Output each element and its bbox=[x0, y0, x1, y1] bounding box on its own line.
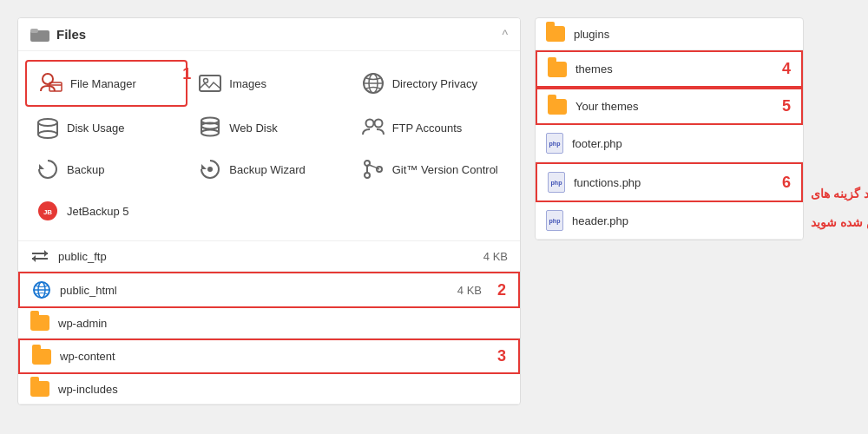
svg-point-13 bbox=[201, 130, 219, 136]
grid-item-ftp-accounts[interactable]: FTP Accounts bbox=[351, 107, 513, 148]
jetbackup-icon: JB bbox=[36, 199, 60, 223]
folder-icon-plugins bbox=[546, 26, 565, 42]
svg-rect-1 bbox=[30, 29, 38, 33]
right-panel: plugins themes 4 Your themes 5 php foote… bbox=[535, 17, 804, 240]
arrow-swap-icon bbox=[30, 248, 49, 264]
folder-icon-your-themes bbox=[548, 99, 567, 115]
svg-point-12 bbox=[38, 119, 57, 126]
web-disk-label: Web Disk bbox=[229, 122, 277, 135]
right-row-header-php[interactable]: php header.php bbox=[536, 202, 803, 240]
file-row-public-html[interactable]: public_html 4 KB 2 bbox=[18, 272, 520, 308]
directory-privacy-icon bbox=[361, 71, 385, 95]
public-html-size: 4 KB bbox=[457, 284, 482, 297]
grid-item-backup-wizard[interactable]: Backup Wizard bbox=[187, 148, 350, 190]
plugins-name: plugins bbox=[574, 28, 609, 41]
wp-admin-name: wp-admin bbox=[58, 317, 107, 330]
step-6-badge: 6 bbox=[782, 174, 791, 192]
files-grid: File Manager 1 Images Directory Privacy bbox=[18, 51, 520, 240]
note-container: به ترتیب وارد گزینه های مخشص شده شوید bbox=[804, 17, 868, 240]
svg-point-22 bbox=[365, 173, 370, 178]
svg-rect-5 bbox=[200, 76, 220, 91]
right-row-plugins[interactable]: plugins bbox=[536, 18, 803, 50]
grid-item-jetbackup[interactable]: JB JetBackup 5 bbox=[25, 190, 187, 232]
step-2-badge: 2 bbox=[497, 281, 506, 299]
right-row-footer-php[interactable]: php footer.php bbox=[536, 125, 803, 162]
grid-item-directory-privacy[interactable]: Directory Privacy bbox=[351, 60, 513, 107]
grid-item-web-disk[interactable]: Web Disk bbox=[187, 107, 350, 148]
collapse-button[interactable]: ^ bbox=[502, 28, 508, 42]
wp-content-name: wp-content bbox=[60, 350, 115, 363]
svg-marker-28 bbox=[44, 250, 48, 257]
grid-item-backup[interactable]: Backup bbox=[25, 148, 187, 190]
ftp-accounts-label: FTP Accounts bbox=[392, 122, 463, 135]
grid-item-git[interactable]: Git™ Version Control bbox=[351, 148, 513, 190]
php-icon-footer: php bbox=[546, 133, 563, 154]
svg-point-6 bbox=[204, 79, 208, 83]
functions-php-name: functions.php bbox=[574, 176, 641, 189]
note-line1: به ترتیب وارد گزینه های bbox=[811, 184, 868, 203]
git-label: Git™ Version Control bbox=[392, 163, 498, 176]
images-icon bbox=[198, 71, 222, 95]
your-themes-name: Your themes bbox=[575, 100, 639, 113]
backup-wizard-icon bbox=[198, 157, 222, 181]
step-1-badge: 1 bbox=[182, 65, 191, 83]
folder-icon-themes bbox=[548, 62, 567, 77]
public-html-name: public_html bbox=[60, 284, 117, 297]
panel-title: Files bbox=[30, 27, 86, 42]
svg-text:JB: JB bbox=[43, 208, 52, 216]
folder-icon-wp-content bbox=[32, 349, 51, 365]
left-panel: Files ^ File Manager 1 Images bbox=[17, 17, 521, 405]
jetbackup-label: JetBackup 5 bbox=[67, 205, 129, 218]
panel-header: Files ^ bbox=[18, 18, 520, 51]
php-icon-header: php bbox=[546, 210, 563, 231]
globe-icon bbox=[32, 280, 51, 299]
right-row-your-themes[interactable]: Your themes 5 bbox=[536, 88, 803, 125]
backup-icon bbox=[36, 157, 60, 181]
grid-item-images[interactable]: Images bbox=[187, 60, 350, 107]
disk-usage-icon bbox=[36, 115, 60, 140]
svg-marker-30 bbox=[32, 255, 36, 262]
footer-php-name: footer.php bbox=[572, 137, 622, 150]
note-line2: مخشص شده شوید bbox=[811, 213, 868, 232]
public-ftp-name: public_ftp bbox=[58, 250, 107, 263]
php-icon-functions: php bbox=[548, 172, 565, 193]
git-icon bbox=[361, 157, 385, 181]
svg-marker-18 bbox=[39, 164, 44, 169]
svg-point-16 bbox=[365, 120, 373, 128]
panel-title-text: Files bbox=[56, 27, 86, 42]
wp-includes-name: wp-includes bbox=[58, 383, 118, 396]
disk-usage-label: Disk Usage bbox=[67, 122, 124, 135]
file-row-wp-includes[interactable]: wp-includes bbox=[18, 374, 520, 404]
right-row-themes[interactable]: themes 4 bbox=[536, 50, 803, 88]
right-row-functions-php[interactable]: php functions.php 6 bbox=[536, 162, 803, 202]
svg-point-10 bbox=[38, 131, 57, 138]
file-row-public-ftp[interactable]: public_ftp 4 KB bbox=[18, 241, 520, 272]
backup-wizard-label: Backup Wizard bbox=[229, 163, 305, 176]
step-5-badge: 5 bbox=[782, 97, 791, 115]
step-3-badge: 3 bbox=[497, 347, 506, 365]
grid-item-disk-usage[interactable]: Disk Usage bbox=[25, 107, 187, 148]
folder-icon bbox=[30, 27, 49, 42]
backup-label: Backup bbox=[67, 163, 104, 176]
file-row-wp-content[interactable]: wp-content 3 bbox=[18, 339, 520, 374]
svg-point-17 bbox=[374, 120, 382, 128]
folder-icon-wp-admin bbox=[30, 315, 49, 331]
images-label: Images bbox=[229, 77, 266, 90]
folder-icon-wp-includes bbox=[30, 381, 49, 397]
public-ftp-size: 4 KB bbox=[483, 250, 508, 263]
right-section: plugins themes 4 Your themes 5 php foote… bbox=[535, 17, 851, 240]
svg-point-20 bbox=[207, 167, 213, 172]
themes-name: themes bbox=[575, 62, 613, 76]
header-php-name: header.php bbox=[572, 214, 628, 227]
directory-privacy-label: Directory Privacy bbox=[392, 77, 477, 90]
ftp-accounts-icon bbox=[361, 115, 385, 140]
file-list: public_ftp 4 KB public_html 4 KB 2 bbox=[18, 240, 520, 404]
file-manager-icon bbox=[37, 70, 63, 96]
web-disk-icon bbox=[198, 115, 222, 140]
file-row-wp-admin[interactable]: wp-admin bbox=[18, 308, 520, 339]
file-manager-label: File Manager bbox=[70, 77, 136, 90]
grid-item-file-manager[interactable]: File Manager 1 bbox=[25, 60, 187, 107]
svg-marker-19 bbox=[201, 164, 207, 169]
step-4-badge: 4 bbox=[782, 60, 791, 78]
